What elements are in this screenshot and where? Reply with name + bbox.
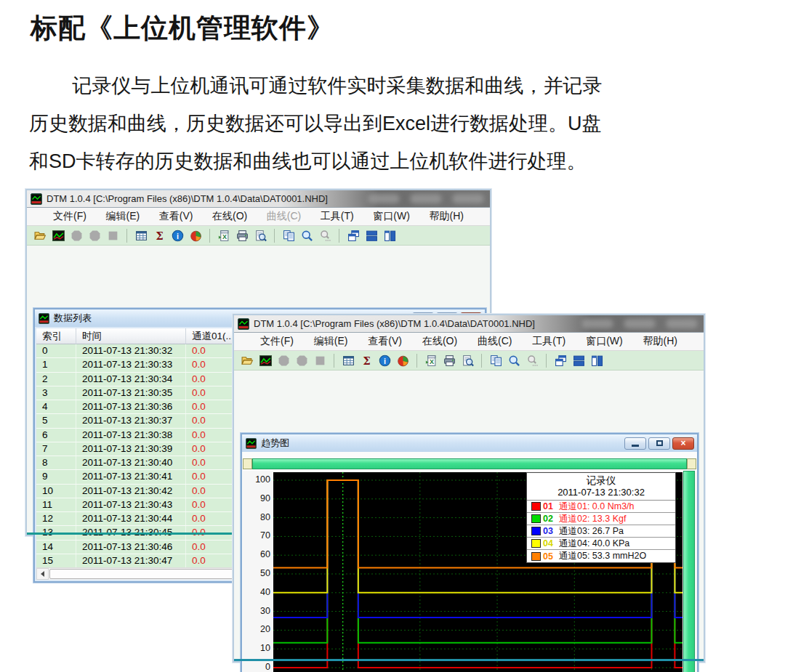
- open-file-icon[interactable]: [33, 228, 47, 243]
- pie-chart-icon[interactable]: [395, 353, 410, 368]
- trend-view-icon[interactable]: [51, 228, 65, 243]
- channel-value-label: 通道02: 13.3 Kgf: [559, 513, 675, 525]
- toolbar-separator: [126, 229, 127, 243]
- table-cell: 2011-07-13 21:30:42: [76, 485, 186, 498]
- menu-item-6[interactable]: 工具(T): [532, 335, 565, 348]
- toolbar-separator: [416, 354, 417, 368]
- maximize-button[interactable]: [624, 319, 656, 328]
- scrollbar-right-cap[interactable]: [687, 458, 696, 469]
- search-disabled-icon: [318, 228, 332, 243]
- zoom-search-icon[interactable]: [507, 353, 521, 368]
- tile-horizontal-icon[interactable]: [571, 353, 586, 368]
- toolbar-separator: [209, 229, 210, 243]
- trend-vertical-scrollbar[interactable]: [683, 471, 695, 672]
- scrollbar-left-cap[interactable]: [243, 458, 252, 469]
- search-disabled-icon: [525, 353, 539, 368]
- window-bottom-edge: [234, 659, 704, 661]
- app-icon: [31, 193, 42, 205]
- copy-icon[interactable]: [488, 353, 503, 368]
- menu-item-1[interactable]: 文件(F): [260, 335, 294, 348]
- column-header[interactable]: 时间: [76, 328, 186, 344]
- intro-paragraph: 记录仪与上位机通讯可通过软件实时采集数据和曲线，并记录历史数据和曲线，历史数据还…: [29, 67, 683, 180]
- export-excel-icon[interactable]: X: [424, 353, 438, 368]
- table-cell: 0: [36, 344, 76, 357]
- minimize-button[interactable]: [581, 319, 613, 328]
- close-button[interactable]: [452, 194, 484, 203]
- tile-vertical-icon[interactable]: [589, 353, 604, 368]
- menu-item-5[interactable]: 曲线(C): [267, 210, 301, 223]
- trend-titlebar[interactable]: 趋势图 ×: [242, 434, 697, 452]
- menu-item-7[interactable]: 窗口(W): [586, 335, 623, 348]
- y-axis-tick-label: 50: [244, 568, 270, 578]
- scrollbar-track[interactable]: [683, 471, 695, 672]
- print-icon[interactable]: [235, 228, 249, 243]
- mdi-client-area: 趋势图 × 0102030405060708090100 21:35:0021:…: [234, 371, 704, 659]
- page-title: 标配《上位机管理软件》: [31, 10, 334, 46]
- info-icon[interactable]: i: [170, 228, 185, 243]
- menu-bar: 文件(F)编辑(E)查看(V)在线(O)曲线(C)工具(T)窗口(W)帮助(H): [27, 208, 490, 226]
- record-disabled-icon: [69, 228, 84, 243]
- menu-item-8[interactable]: 帮助(H): [643, 335, 677, 348]
- restore-button[interactable]: [648, 437, 670, 450]
- close-button[interactable]: ×: [672, 437, 694, 450]
- menu-item-2[interactable]: 编辑(E): [314, 335, 348, 348]
- print-icon[interactable]: [442, 353, 456, 368]
- table-cell: 2011-07-13 21:30:34: [76, 373, 186, 386]
- record-disabled-icon: [276, 353, 291, 368]
- toolbar: ΣiX: [234, 351, 704, 371]
- pie-chart-icon[interactable]: [188, 228, 203, 243]
- data-grid-icon[interactable]: [341, 353, 355, 368]
- print-preview-icon[interactable]: [253, 228, 267, 243]
- menu-item-1[interactable]: 文件(F): [53, 210, 86, 223]
- table-cell: 2011-07-13 21:30:38: [76, 429, 186, 442]
- menu-item-6[interactable]: 工具(T): [321, 210, 354, 223]
- minimize-button[interactable]: [368, 194, 400, 203]
- table-cell: 2011-07-13 21:30:40: [76, 456, 186, 469]
- open-file-icon[interactable]: [240, 353, 254, 368]
- table-cell: 6: [36, 429, 76, 442]
- table-cell: 2: [36, 373, 76, 386]
- menu-item-3[interactable]: 查看(V): [368, 335, 402, 348]
- window-titlebar[interactable]: DTM 1.0.4 [C:\Program Files (x86)\DTM 1.…: [27, 190, 490, 208]
- table-cell: 3: [36, 386, 76, 400]
- sigma-statistics-icon[interactable]: Σ: [152, 228, 166, 243]
- toolbar-separator: [546, 354, 547, 368]
- maximize-button[interactable]: [410, 194, 442, 203]
- sigma-statistics-icon[interactable]: Σ: [359, 353, 374, 368]
- info-icon[interactable]: i: [377, 353, 392, 368]
- menu-item-4[interactable]: 在线(O): [212, 210, 247, 223]
- trend-horizontal-scrollbar[interactable]: [243, 458, 696, 469]
- menu-item-3[interactable]: 查看(V): [159, 210, 193, 223]
- column-header[interactable]: 索引: [36, 328, 76, 344]
- table-cell: 2011-07-13 21:30:35: [76, 386, 186, 400]
- stop-disabled-icon: [105, 228, 120, 243]
- cascade-windows-icon[interactable]: [346, 228, 361, 243]
- channel-color-swatch: [531, 514, 541, 523]
- export-excel-icon[interactable]: X: [217, 228, 231, 243]
- legend-rows: 01通道01: 0.0 Nm3/h02通道02: 13.3 Kgf03通道03:…: [527, 501, 675, 562]
- y-axis-tick-label: 0: [244, 662, 270, 672]
- trend-view-icon[interactable]: [258, 353, 273, 368]
- zoom-search-icon[interactable]: [299, 228, 314, 243]
- scroll-left-button[interactable]: [36, 568, 49, 580]
- menu-item-2[interactable]: 编辑(E): [105, 210, 140, 223]
- table-cell: 2011-07-13 21:30:39: [76, 442, 186, 456]
- minimize-button[interactable]: [624, 437, 646, 450]
- menu-item-4[interactable]: 在线(O): [422, 335, 457, 348]
- table-cell: 2011-07-13 21:30:47: [76, 554, 186, 567]
- chart-legend: 记录仪 2011-07-13 21:30:32 01通道01: 0.0 Nm3/…: [526, 472, 676, 563]
- tile-horizontal-icon[interactable]: [364, 228, 379, 243]
- copy-icon[interactable]: [281, 228, 296, 243]
- print-preview-icon[interactable]: [460, 353, 475, 368]
- data-grid-icon[interactable]: [134, 228, 148, 243]
- cascade-windows-icon[interactable]: [553, 353, 568, 368]
- close-button[interactable]: [666, 319, 698, 328]
- toolbar-separator: [334, 354, 334, 368]
- menu-item-5[interactable]: 曲线(C): [478, 335, 512, 348]
- table-cell: 2011-07-13 21:30:37: [76, 414, 186, 427]
- tile-vertical-icon[interactable]: [382, 228, 397, 243]
- menu-item-8[interactable]: 帮助(H): [429, 210, 463, 223]
- scrollbar-track[interactable]: [252, 458, 687, 469]
- window-titlebar[interactable]: DTM 1.0.4 [C:\Program Files (x86)\DTM 1.…: [234, 315, 704, 333]
- menu-item-7[interactable]: 窗口(W): [373, 210, 410, 223]
